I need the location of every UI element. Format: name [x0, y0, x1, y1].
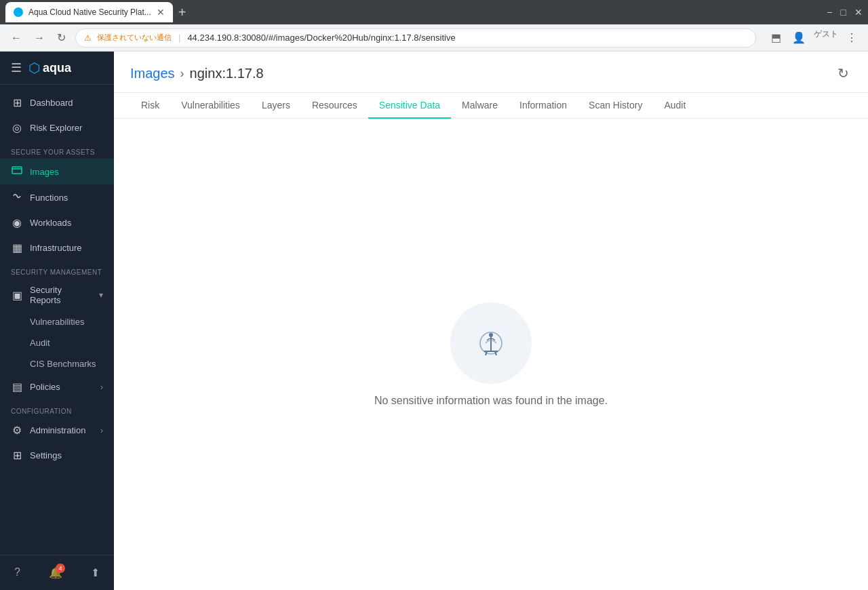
toolbar-icons: ⬒ 👤 ゲスト ⋮ [768, 28, 860, 47]
url-text: 44.234.190.8:30080/#/images/Docker%20Hub… [187, 33, 455, 43]
sidebar-item-settings[interactable]: ⊞ Settings [0, 443, 114, 468]
administration-chevron: › [100, 426, 103, 435]
tab-scan-history[interactable]: Scan History [578, 93, 653, 119]
new-tab-button[interactable]: + [178, 5, 186, 19]
security-warning-icon: ⚠ [84, 33, 92, 43]
hamburger-menu-button[interactable]: ☰ [11, 60, 22, 75]
tab-resources[interactable]: Resources [301, 93, 368, 119]
functions-icon [11, 191, 23, 204]
browser-chrome: Aqua Cloud Native Security Plat... ✕ + −… [0, 0, 868, 24]
sidebar-item-images[interactable]: Images [0, 159, 114, 184]
images-icon [11, 165, 23, 178]
breadcrumb-separator: › [180, 66, 184, 81]
app-container: ☰ ⬡ aqua ⊞ Dashboard ◎ Risk Explorer Sec… [0, 52, 868, 590]
empty-state-icon [469, 321, 513, 365]
empty-state: No sensitive information was found in th… [374, 302, 608, 407]
tabs: Risk Vulnerabilities Layers Resources Se… [114, 93, 868, 119]
help-icon[interactable]: ? [9, 561, 26, 585]
tab-vulnerabilities[interactable]: Vulnerabilities [170, 93, 251, 119]
breadcrumb: Images › nginx:1.17.8 [130, 66, 264, 81]
sidebar-sub-item-cis-benchmarks[interactable]: CIS Benchmarks [0, 353, 114, 374]
back-button[interactable]: ← [8, 29, 24, 47]
account-icon[interactable]: 👤 [789, 28, 808, 47]
content-area: No sensitive information was found in th… [114, 119, 868, 590]
workloads-icon: ◉ [11, 216, 23, 229]
sidebar-header: ☰ ⬡ aqua [0, 52, 114, 85]
reload-button[interactable]: ↻ [54, 28, 68, 47]
tab-audit[interactable]: Audit [653, 93, 696, 119]
minimize-button[interactable]: − [827, 7, 832, 18]
close-button[interactable]: ✕ [854, 7, 863, 18]
sidebar-item-infrastructure[interactable]: ▦ Infrastructure [0, 235, 114, 260]
tab-risk[interactable]: Risk [130, 93, 170, 119]
security-reports-chevron: ▾ [99, 290, 103, 300]
sidebar-nav: ⊞ Dashboard ◎ Risk Explorer Secure Your … [0, 85, 114, 555]
section-label-config: Configuration [0, 399, 114, 418]
empty-state-message: No sensitive information was found in th… [374, 395, 608, 407]
sidebar-item-administration[interactable]: ⚙ Administration › [0, 418, 114, 443]
risk-explorer-icon: ◎ [11, 121, 23, 134]
tab-close-button[interactable]: ✕ [157, 7, 165, 18]
tab-information[interactable]: Information [509, 93, 578, 119]
logo: ⬡ aqua [28, 60, 71, 76]
sidebar-item-security-reports[interactable]: ▣ Security Reports ▾ [0, 279, 114, 311]
sidebar-item-dashboard[interactable]: ⊞ Dashboard [0, 90, 114, 115]
page-header: Images › nginx:1.17.8 ↻ [114, 52, 868, 93]
breadcrumb-parent-link[interactable]: Images [130, 66, 175, 81]
sidebar-sub-item-audit[interactable]: Audit [0, 332, 114, 353]
tab-sensitive-data[interactable]: Sensitive Data [368, 93, 451, 119]
security-warning-text: 保護されていない通信 [97, 33, 172, 43]
forward-button[interactable]: → [31, 29, 47, 47]
section-label-secure: Secure Your Assets [0, 140, 114, 159]
tab-title: Aqua Cloud Native Security Plat... [28, 7, 151, 17]
empty-state-icon-wrapper [450, 302, 532, 384]
tab-layers[interactable]: Layers [251, 93, 301, 119]
address-bar: ← → ↻ ⚠ 保護されていない通信 | 44.234.190.8:30080/… [0, 24, 868, 52]
translate-icon[interactable]: ⬒ [768, 28, 784, 47]
menu-icon[interactable]: ⋮ [844, 28, 860, 47]
policies-chevron: › [100, 382, 103, 392]
account-label: ゲスト [814, 28, 838, 47]
url-bar[interactable]: ⚠ 保護されていない通信 | 44.234.190.8:30080/#/imag… [75, 28, 756, 47]
refresh-button[interactable]: ↻ [835, 62, 852, 84]
main-content: Images › nginx:1.17.8 ↻ Risk Vulnerabili… [114, 52, 868, 590]
sidebar-item-workloads[interactable]: ◉ Workloads [0, 210, 114, 235]
tab-malware[interactable]: Malware [451, 93, 509, 119]
sidebar-footer: ? 🔔 4 ⬆ [0, 555, 114, 590]
sidebar-item-functions[interactable]: Functions [0, 184, 114, 210]
section-label-security: Security Management [0, 260, 114, 279]
svg-point-7 [489, 333, 493, 337]
sidebar: ☰ ⬡ aqua ⊞ Dashboard ◎ Risk Explorer Sec… [0, 52, 114, 590]
sidebar-item-policies[interactable]: ▤ Policies › [0, 374, 114, 399]
settings-icon: ⊞ [11, 449, 23, 462]
sidebar-item-risk-explorer[interactable]: ◎ Risk Explorer [0, 115, 114, 140]
security-reports-icon: ▣ [11, 289, 23, 302]
maximize-button[interactable]: □ [841, 7, 846, 18]
policies-icon: ▤ [11, 380, 23, 393]
logo-icon: ⬡ [28, 60, 40, 76]
browser-tab[interactable]: Aqua Cloud Native Security Plat... ✕ [5, 2, 173, 22]
tab-favicon [14, 7, 23, 17]
notifications-icon[interactable]: 🔔 4 [43, 561, 68, 585]
notifications-badge: 4 [56, 564, 65, 573]
logo-text: aqua [43, 61, 71, 75]
infrastructure-icon: ▦ [11, 241, 23, 254]
window-controls: − □ ✕ [827, 7, 863, 18]
breadcrumb-current-page: nginx:1.17.8 [190, 66, 264, 81]
sidebar-sub-item-vulnerabilities[interactable]: Vulnerabilities [0, 311, 114, 332]
dashboard-icon: ⊞ [11, 96, 23, 109]
upload-icon[interactable]: ⬆ [85, 561, 105, 585]
administration-icon: ⚙ [11, 424, 23, 437]
svg-rect-0 [12, 167, 22, 174]
